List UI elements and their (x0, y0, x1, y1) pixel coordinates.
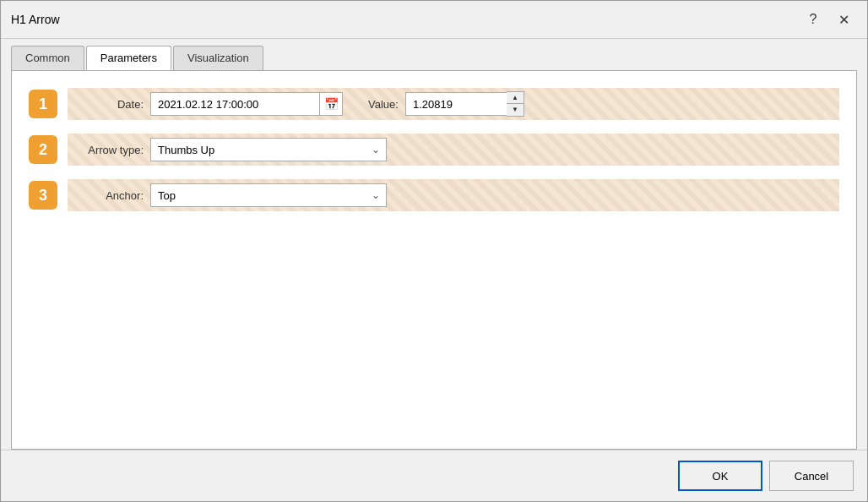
tab-content-parameters: 1 Date: 📅 Value: ▲ ▼ (11, 70, 857, 450)
arrow-type-label: Arrow type: (76, 144, 144, 156)
ok-button[interactable]: OK (678, 461, 762, 491)
anchor-select[interactable]: Top Bottom Left Right Center (150, 183, 387, 207)
dialog: H1 Arrow ? ✕ Common Parameters Visualiza… (0, 0, 868, 502)
date-input-wrapper: 📅 (150, 92, 343, 116)
cancel-button[interactable]: Cancel (769, 461, 854, 491)
badge-3: 3 (29, 181, 57, 210)
row3-content: Anchor: Top Bottom Left Right Center ⌄ (68, 179, 839, 211)
tab-visualization[interactable]: Visualization (173, 46, 263, 70)
param-row-2: 2 Arrow type: Thumbs Up Thumbs Down Arro… (29, 134, 839, 166)
anchor-select-wrapper: Top Bottom Left Right Center ⌄ (150, 183, 387, 207)
value-section: Value: ▲ ▼ (368, 91, 524, 117)
title-bar-left: H1 Arrow (11, 13, 60, 26)
dialog-title: H1 Arrow (11, 13, 60, 26)
param-row-1: 1 Date: 📅 Value: ▲ ▼ (29, 88, 839, 120)
value-label: Value: (368, 98, 399, 111)
spinner-up[interactable]: ▲ (507, 92, 524, 104)
arrow-type-select[interactable]: Thumbs Up Thumbs Down Arrow Up Arrow Dow… (150, 138, 387, 161)
tab-parameters[interactable]: Parameters (86, 46, 171, 70)
bottom-bar: OK Cancel (1, 450, 867, 501)
title-bar-buttons: ? ✕ (800, 8, 857, 31)
date-input[interactable] (150, 92, 319, 116)
value-input-wrapper: ▲ ▼ (405, 91, 524, 117)
value-input[interactable] (405, 92, 507, 116)
close-button[interactable]: ✕ (830, 8, 857, 31)
title-bar: H1 Arrow ? ✕ (1, 1, 867, 39)
arrow-type-select-wrapper: Thumbs Up Thumbs Down Arrow Up Arrow Dow… (150, 138, 387, 161)
param-row-3: 3 Anchor: Top Bottom Left Right Center ⌄ (29, 179, 839, 211)
date-label: Date: (76, 98, 144, 111)
badge-2: 2 (29, 135, 57, 164)
anchor-label: Anchor: (76, 189, 144, 202)
calendar-button[interactable]: 📅 (319, 92, 343, 116)
badge-1: 1 (29, 90, 57, 118)
spinner-down[interactable]: ▼ (507, 104, 524, 116)
value-spinner: ▲ ▼ (507, 91, 524, 117)
row1-content: Date: 📅 Value: ▲ ▼ (68, 88, 839, 120)
tabs-row: Common Parameters Visualization (1, 39, 867, 70)
row2-content: Arrow type: Thumbs Up Thumbs Down Arrow … (68, 134, 839, 166)
tab-common[interactable]: Common (11, 46, 84, 70)
help-button[interactable]: ? (800, 8, 827, 31)
